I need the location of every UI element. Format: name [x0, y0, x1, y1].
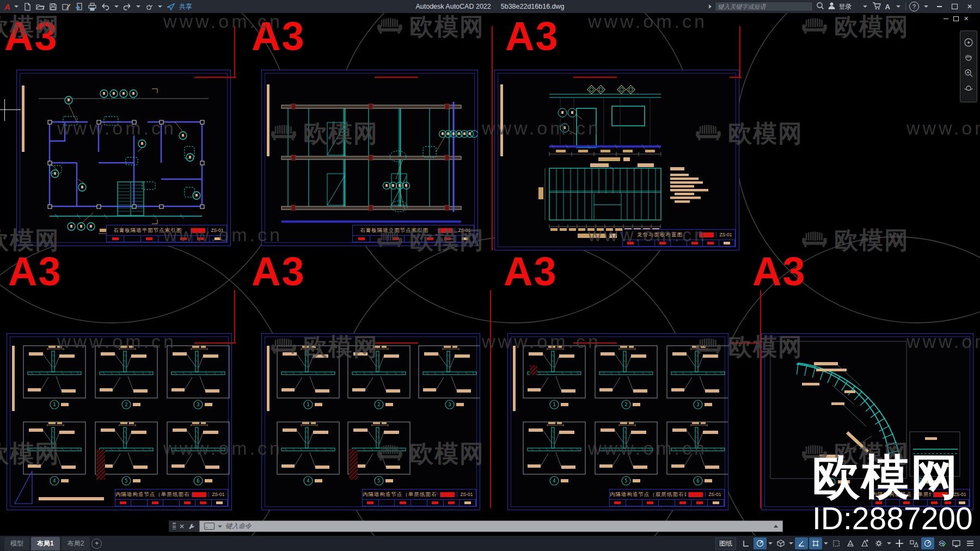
annotation-scale-icon[interactable] [907, 537, 920, 549]
drawing-sheet-plan[interactable]: 石膏板隔墙平面节点索引图ZS-01 [16, 70, 231, 246]
drawing-sheet-details[interactable]: 1 2 3 4 5 6 内隔墙构造节点（单层纸面石膏板）ZS-01 [7, 333, 232, 510]
close-command-icon[interactable]: ✕ [179, 523, 185, 530]
doc-minimize-icon[interactable] [944, 19, 948, 20]
export-icon[interactable] [74, 1, 85, 12]
crosshair-cursor [0, 109, 21, 110]
title-block: 内隔墙构造节点（单层纸面石膏板）ZS-01 [872, 489, 970, 506]
maximize-button[interactable] [948, 2, 960, 11]
command-line[interactable]: ✕ >_ 键入命令 [169, 521, 783, 532]
title-block-red-cell [192, 492, 206, 497]
title-block: 内隔墙构造节点（双层纸面石膏板）ZS-01 [609, 489, 725, 506]
orbit-icon[interactable] [964, 83, 973, 93]
detail-number: 3 [197, 402, 199, 407]
crosshair-plus-icon[interactable] [893, 537, 906, 549]
plot-printer-icon[interactable] [87, 1, 99, 12]
command-placeholder: 键入命令 [225, 522, 252, 531]
tab-layout2[interactable]: 布局2 [62, 537, 90, 550]
help-dropdown-icon[interactable] [924, 5, 928, 8]
app-menu-caret-icon[interactable] [14, 5, 19, 8]
detail-number: 4 [553, 478, 555, 483]
sheet-number: ZS-01 [950, 492, 969, 497]
zoom-icon[interactable] [964, 68, 973, 78]
user-icon[interactable] [828, 2, 836, 11]
nav-wheel-icon[interactable] [964, 38, 973, 47]
title-block: 石膏板隔墙平面节点索引图ZS-01 [106, 225, 227, 242]
close-button[interactable]: ✕ [964, 2, 976, 11]
undo-icon[interactable] [100, 1, 112, 12]
document-window-controls: ✕ [944, 15, 969, 22]
drag-handle-icon[interactable] [173, 523, 176, 530]
settings-dropdown-icon[interactable] [887, 542, 891, 544]
selection-cycling-icon[interactable] [830, 537, 843, 549]
open-folder-icon[interactable] [34, 1, 46, 12]
clean-screen-icon[interactable] [950, 537, 963, 549]
search-expand-icon[interactable] [709, 4, 712, 9]
doc-close-icon[interactable]: ✕ [964, 15, 969, 22]
help-icon[interactable]: ? [909, 2, 919, 11]
title-block: 内隔墙构造节点（单层纸面石膏板）ZS-01 [362, 489, 476, 506]
sheet-number: ZS-01 [209, 492, 228, 497]
pan-hand-icon[interactable] [964, 53, 973, 63]
osnap-icon[interactable] [809, 537, 822, 549]
isodraft-icon[interactable] [774, 537, 787, 549]
search-icon[interactable] [816, 2, 824, 11]
drawing-viewport[interactable]: A3 A3 A3 A3 A3 A3 A3 [0, 13, 980, 536]
graphics-performance-icon[interactable] [921, 537, 934, 549]
save-as-icon[interactable] [60, 1, 72, 12]
drawing-sheet-curved-wall[interactable]: 1 2 内隔墙构造节点（单层纸面石膏板）ZS-01 [761, 333, 973, 510]
customization-menu-icon[interactable] [964, 537, 977, 549]
minimize-button[interactable] [933, 2, 945, 11]
drawing-sheet-details[interactable]: 1 2 3 4 5 内隔墙构造节点（单层纸面石膏板）ZS-01 [261, 333, 480, 510]
title-block-red-cell [699, 232, 714, 237]
command-input[interactable]: >_ 键入命令 [199, 521, 783, 532]
save-icon[interactable] [47, 1, 59, 12]
new-file-icon[interactable] [21, 1, 33, 12]
tab-layout1[interactable]: 布局1 [31, 537, 60, 550]
search-input[interactable]: 键入关键字或短语 [715, 2, 813, 11]
sheet-number: ZS-01 [705, 492, 724, 497]
detail-number: 1 [830, 479, 832, 485]
isodraft-dropdown-icon[interactable] [789, 542, 793, 544]
sheet-title: 石膏板隔墙平面节点索引图 [107, 227, 188, 234]
undo-dropdown-icon[interactable] [114, 5, 119, 8]
navigation-bar[interactable] [960, 30, 977, 102]
title-block: 龙骨与面板布置图ZS-01 [622, 229, 736, 247]
settings-gear-icon[interactable] [872, 537, 885, 549]
drawing-sheet-keel-layout[interactable]: 龙骨与面板布置图ZS-01 [494, 70, 739, 250]
sheet-title: 内隔墙构造节点（单层纸面石膏板） [115, 491, 189, 498]
autodesk-dropdown-icon[interactable] [896, 5, 901, 8]
drawing-sheet-elevation[interactable]: 石膏板隔墙立面节点索引图ZS-01 [261, 70, 478, 246]
drawing-sheet-details[interactable]: 1 2 3 4 5 6 内隔墙构造节点（双层纸面石膏板）ZS-01 [507, 333, 728, 510]
autodesk-icon[interactable]: A [884, 3, 891, 11]
polar-dropdown-icon[interactable] [768, 542, 773, 544]
doc-restore-icon[interactable] [953, 16, 959, 21]
hardware-acceleration-icon[interactable] [935, 537, 948, 549]
annotation-visibility-icon[interactable] [844, 537, 857, 549]
signin-dropdown-icon[interactable] [863, 5, 867, 8]
share-plane-icon[interactable] [165, 1, 177, 12]
osnap-tracking-icon[interactable] [795, 537, 808, 549]
ortho-icon[interactable] [739, 537, 752, 549]
share-label[interactable]: 共享 [179, 2, 192, 11]
teapot-dropdown-icon[interactable] [158, 5, 162, 8]
tab-model[interactable]: 模型 [4, 537, 29, 550]
command-line-grip[interactable]: ✕ [169, 521, 199, 532]
add-layout-button[interactable]: + [91, 538, 102, 549]
command-dropdown-icon[interactable] [218, 525, 222, 528]
command-expand-icon[interactable] [774, 525, 778, 528]
wrench-icon[interactable] [188, 523, 195, 530]
title-block-red-cell [933, 492, 948, 497]
a3-label: A3 [505, 16, 559, 57]
redo-dropdown-icon[interactable] [136, 5, 140, 8]
signin-label[interactable]: 登录 [839, 2, 852, 11]
annotation-autoscale-icon[interactable] [858, 537, 871, 549]
sheet-title: 内隔墙构造节点（单层纸面石膏板） [872, 491, 931, 498]
redo-icon[interactable] [121, 1, 133, 12]
cart-icon[interactable] [872, 2, 881, 11]
a3-label: A3 [752, 252, 806, 292]
polar-tracking-icon[interactable] [754, 537, 767, 549]
app-logo-icon[interactable]: A [3, 2, 11, 11]
osnap-dropdown-icon[interactable] [824, 542, 828, 544]
paper-space-button[interactable]: 图纸 [715, 537, 736, 550]
teapot-icon[interactable] [143, 1, 155, 12]
